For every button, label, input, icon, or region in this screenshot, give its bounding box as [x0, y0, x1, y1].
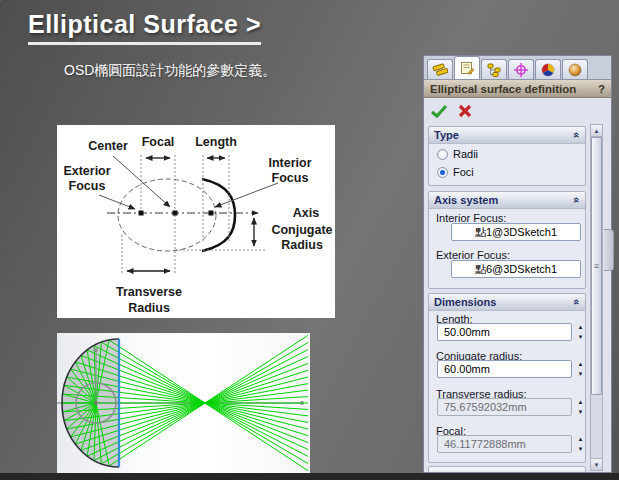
ellipse-parameter-diagram: Center Focal Length Interior Focus Exter…	[57, 125, 335, 318]
leader-lines	[99, 156, 278, 209]
tab-configuration-manager[interactable]	[481, 59, 507, 79]
spinner-down-icon[interactable]: ▼	[575, 333, 586, 341]
conjugate-radius-input[interactable]	[437, 360, 572, 378]
type-group-header[interactable]: Type «	[429, 127, 585, 144]
action-buttons	[424, 98, 611, 123]
label-conjugate-radius: Conjugate	[271, 223, 332, 237]
focal-input	[437, 435, 572, 453]
spinner-up-icon[interactable]: ▲	[575, 360, 586, 368]
focus-markers	[139, 211, 214, 216]
feature-manager-icon	[432, 62, 448, 78]
interior-focus-input[interactable]	[451, 223, 581, 241]
spinner-down-icon[interactable]: ▼	[575, 408, 586, 416]
label-length: Length	[195, 135, 237, 149]
label-interior-focus: Interior	[268, 156, 311, 170]
dimxpert-icon	[513, 62, 529, 78]
property-manager-panel: Elliptical surface definition ? Type « R…	[423, 55, 612, 473]
label-axis: Axis	[293, 206, 319, 220]
scroll-up-button[interactable]: ▲	[591, 125, 602, 137]
type-group: Type « Radii Foci	[428, 126, 586, 186]
light-rays	[62, 335, 308, 470]
tab-property-manager[interactable]	[454, 56, 480, 79]
ok-button[interactable]	[431, 104, 448, 118]
ray-trace-svg	[57, 333, 310, 473]
radio-radii-label: Radii	[453, 148, 478, 160]
exterior-focus-input[interactable]	[451, 260, 581, 278]
axis-group-title: Axis system	[434, 194, 498, 206]
panel-body: Type « Radii Foci Axis system « Interior…	[428, 126, 586, 472]
cancel-button[interactable]	[458, 104, 472, 118]
appearance-icon	[567, 62, 583, 78]
dimensions-group: Dimensions « Length: ▲ ▼ Conjugate radiu…	[428, 293, 586, 463]
label-exterior-focus: Exterior	[63, 164, 110, 178]
label-interior-focus: Focus	[272, 171, 309, 185]
help-button[interactable]: ?	[598, 83, 605, 95]
collapse-chevron-icon[interactable]: «	[572, 299, 582, 305]
dimensions-group-title: Dimensions	[434, 296, 496, 308]
radio-radii[interactable]: Radii	[437, 148, 478, 160]
conjugate-radius-spinner: ▲ ▼	[575, 360, 586, 378]
radio-selected-icon	[437, 167, 448, 178]
display-manager-icon	[540, 62, 556, 78]
manager-tab-bar	[424, 56, 611, 80]
tab-dimxpert-manager[interactable]	[508, 59, 534, 79]
type-group-title: Type	[434, 129, 459, 141]
label-focal: Focal	[142, 135, 175, 149]
radio-foci-label: Foci	[453, 166, 474, 178]
panel-scrollbar[interactable]: ▲ ≡ ▼	[590, 124, 603, 471]
stem-end-point	[94, 348, 98, 352]
elliptical-surface-arc	[202, 179, 235, 251]
tab-feature-manager[interactable]	[427, 59, 453, 79]
cross-icon	[458, 104, 472, 118]
axis-group-header[interactable]: Axis system «	[429, 192, 585, 209]
length-input[interactable]	[437, 323, 572, 341]
label-conjugate-radius: Radius	[281, 238, 323, 252]
subtitle-text: OSD橢圓面設計功能的參數定義。	[64, 62, 276, 80]
check-icon	[431, 104, 448, 118]
label-exterior-focus: Focus	[69, 179, 106, 193]
radio-circle-icon	[437, 149, 448, 160]
radio-foci[interactable]: Foci	[437, 166, 474, 178]
axis-system-group: Axis system « Interior Focus: Exterior F…	[428, 191, 586, 289]
tab-appearance[interactable]	[562, 59, 588, 79]
ray-trace-figure	[57, 333, 310, 473]
panel-title-bar: Elliptical surface definition ?	[424, 80, 611, 98]
panel-splitter-handle[interactable]	[604, 229, 614, 271]
transverse-radius-input	[437, 398, 572, 416]
page-title: Elliptical Surface >	[28, 10, 261, 45]
collapsed-group-sliver	[428, 466, 586, 472]
tab-display-manager[interactable]	[535, 59, 561, 79]
property-manager-icon	[459, 60, 475, 76]
dimensions-group-header[interactable]: Dimensions «	[429, 294, 585, 311]
collapsed-group-header[interactable]	[429, 467, 585, 472]
configuration-manager-icon	[486, 62, 502, 78]
spinner-down-icon[interactable]: ▼	[575, 370, 586, 378]
scrollbar-thumb[interactable]: ≡	[591, 137, 602, 395]
label-transverse-radius: Transverse	[116, 285, 182, 299]
diagram-svg: Center Focal Length Interior Focus Exter…	[57, 125, 335, 318]
panel-title: Elliptical surface definition	[430, 83, 576, 95]
transverse-radius-spinner: ▲ ▼	[575, 398, 586, 416]
collapse-chevron-icon[interactable]: «	[572, 197, 582, 203]
spinner-down-icon[interactable]: ▼	[575, 445, 586, 453]
dashed-ellipse	[118, 179, 216, 251]
slide: Elliptical Surface > OSD橢圓面設計功能的參數定義。	[0, 0, 619, 480]
slide-bottom-edge	[0, 473, 619, 480]
focal-spinner: ▲ ▼	[575, 435, 586, 453]
background-accent-line	[0, 0, 11, 164]
scroll-down-button[interactable]: ▼	[591, 458, 602, 470]
spinner-up-icon[interactable]: ▲	[575, 398, 586, 406]
source-point	[94, 401, 98, 405]
label-transverse-radius: Radius	[128, 301, 170, 315]
label-center: Center	[88, 139, 128, 153]
collapse-chevron-icon[interactable]: «	[572, 132, 582, 138]
spinner-up-icon[interactable]: ▲	[575, 435, 586, 443]
spinner-up-icon[interactable]: ▲	[575, 323, 586, 331]
length-spinner: ▲ ▼	[575, 323, 586, 341]
